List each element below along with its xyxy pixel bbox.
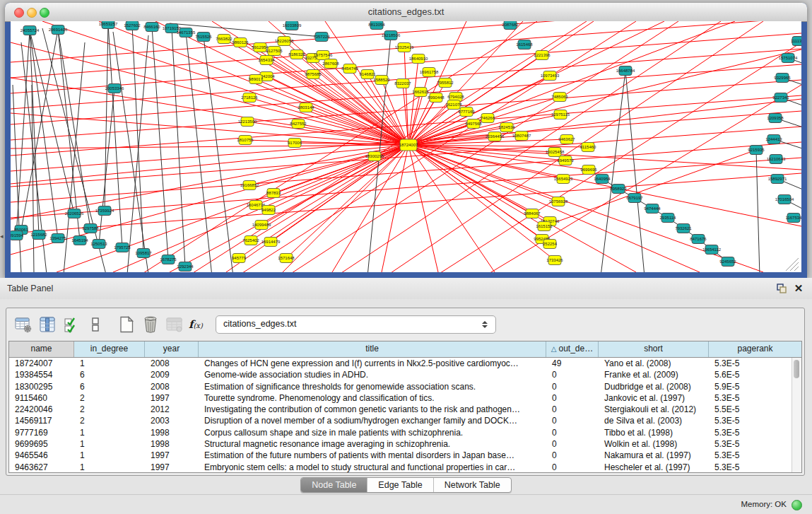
network-node-label: 1250513 — [90, 242, 107, 246]
network-edge — [127, 35, 148, 272]
table-row[interactable]: 2242004622012Investigating the contribut… — [9, 404, 801, 415]
row-height-icon[interactable] — [86, 315, 105, 334]
close-window-button[interactable] — [14, 8, 24, 18]
table-cell-pagerank: 5.3E-5 — [709, 392, 801, 404]
network-graph[interactable]: 2405572420691406106532571527602846616010… — [11, 21, 801, 272]
table-selector-dropdown[interactable]: citations_edges.txt — [216, 315, 496, 334]
table-cell-in_degree: 1 — [74, 462, 145, 473]
table-row[interactable]: 969969511998Structural magnetic resonanc… — [9, 438, 801, 450]
table-cell-title: Tourette syndrome. Phenomenology and cla… — [199, 392, 546, 404]
network-node-label: 1095817 — [135, 251, 152, 255]
dropdown-stepper-icon — [482, 319, 488, 330]
table-cell-year: 1998 — [145, 427, 199, 438]
table-row[interactable]: 946554611997Estimation of the future num… — [9, 450, 801, 461]
table-row[interactable]: 911546021997Tourette syndrome. Phenomeno… — [9, 392, 801, 404]
network-node-label: 8471676 — [690, 237, 707, 241]
network-node-label: 18640910 — [409, 57, 428, 61]
table-selector-value: citations_edges.txt — [216, 316, 495, 332]
select-columns-icon[interactable] — [61, 315, 81, 334]
table-cell-title: Genome-wide association studies in ADHD. — [199, 369, 546, 380]
network-node-label: 1244413 — [765, 137, 782, 141]
table-settings-icon[interactable] — [13, 315, 33, 334]
table-cell-title: Estimation of the future numbers of pati… — [199, 450, 546, 461]
network-node-label: 9227341 — [772, 95, 789, 100]
tab-node-table[interactable]: Node Table — [301, 478, 367, 492]
table-cell-name: 9115460 — [9, 392, 74, 404]
network-node-label: 14671355 — [177, 30, 196, 35]
table-cell-title: Estimation of significance thresholds fo… — [199, 381, 546, 392]
network-node-label: 989017 — [249, 77, 264, 81]
network-edge — [625, 71, 645, 272]
network-node-label: 8427552 — [290, 122, 307, 126]
network-window-titlebar[interactable]: citations_edges.txt — [5, 3, 807, 22]
network-node-label: 1810755 — [237, 138, 254, 142]
table-cell-short: Nakamura et al. (1997) — [599, 450, 709, 461]
new-table-icon[interactable] — [117, 315, 136, 334]
network-node-label: 1621078 — [445, 103, 462, 107]
network-node-label: 1824534 — [498, 125, 515, 129]
network-node-label: 917006 — [288, 141, 302, 145]
network-node-label: 19757546 — [314, 53, 333, 57]
table-cell-out_degree: 0 — [546, 462, 599, 473]
network-view-window[interactable]: citations_edges.txt 24055724206914061065… — [5, 3, 807, 278]
network-edge — [172, 28, 185, 267]
network-edge — [152, 27, 168, 259]
network-node-label: 6794028 — [447, 95, 464, 99]
table-cell-in_degree: 2 — [74, 415, 145, 426]
table-cell-name: 19384554 — [9, 369, 74, 380]
table-header-row: namein_degreeyeartitle△out_de…shortpager… — [9, 341, 801, 358]
table-cell-in_degree: 1 — [74, 450, 145, 461]
column-header-year[interactable]: year — [145, 341, 199, 357]
minimize-window-button[interactable] — [27, 8, 37, 18]
table-row[interactable]: 977716911998Corpus callosum shape and si… — [9, 427, 801, 438]
table-row[interactable]: 1830029562008Estimation of significance … — [9, 381, 801, 392]
tab-edge-table[interactable]: Edge Table — [367, 478, 433, 492]
zoom-window-button[interactable] — [40, 8, 49, 18]
column-header-in_degree[interactable]: in_degree — [74, 341, 145, 357]
network-edge — [283, 145, 408, 272]
table-cell-short: Tibbo et al. (1998) — [599, 427, 709, 438]
column-header-name[interactable]: name — [9, 341, 74, 357]
table-cell-short: Yano et al. (2008) — [599, 358, 709, 369]
network-edge — [132, 25, 143, 253]
network-node-label: 8990448 — [428, 95, 445, 100]
table-cell-pagerank: 5.6E-5 — [709, 369, 801, 380]
table-row[interactable]: 1872400712008Changes of HCN gene express… — [9, 358, 801, 369]
network-node-label: 1662615 — [412, 90, 429, 94]
network-edge — [271, 145, 408, 242]
table-cell-pagerank: 5.3E-5 — [709, 415, 801, 426]
memory-status-indicator[interactable] — [792, 500, 802, 510]
column-header-pagerank[interactable]: pagerank — [709, 341, 801, 357]
canvas-resize-grip[interactable] — [794, 267, 799, 271]
delete-attribute-icon[interactable] — [141, 315, 160, 334]
column-header-short[interactable]: short — [599, 341, 709, 357]
network-node-label: 20206526 — [65, 211, 84, 216]
table-cell-short: Stergiakouli et al. (2012) — [599, 404, 709, 415]
close-panel-icon[interactable]: ✕ — [792, 282, 805, 295]
table-cell-name: 14569117 — [9, 415, 74, 426]
table-row[interactable]: 946362711997Embryonic stem cells: a mode… — [9, 462, 801, 473]
table-row[interactable]: 1938455462009Genome-wide association stu… — [9, 369, 801, 380]
canvas-resize-grip[interactable] — [790, 262, 799, 271]
function-builder-icon[interactable]: f(x) — [189, 318, 203, 331]
network-node-label: 8186328 — [288, 52, 305, 57]
network-node-label: 9474444 — [644, 206, 661, 211]
network-node-label: 10973493 — [541, 74, 560, 78]
sidebar-collapse-arrow[interactable]: ◂ — [0, 233, 4, 240]
table-cell-name: 18724007 — [9, 358, 74, 369]
column-header-out_degree[interactable]: △out_de… — [546, 341, 599, 357]
network-canvas[interactable]: 2405572420691406106532571527602846616010… — [11, 21, 801, 272]
scrollbar-thumb[interactable] — [794, 360, 799, 378]
column-preferences-icon[interactable] — [37, 315, 57, 334]
network-edge — [313, 58, 408, 145]
network-node-label: 1167534 — [786, 216, 801, 220]
table-cell-year: 1998 — [145, 438, 199, 450]
network-node-label: 7663822 — [216, 37, 233, 41]
table-row[interactable]: 1456911722003Disruption of a novel membe… — [9, 415, 801, 426]
network-node-label: 16914479 — [261, 240, 281, 244]
table-vertical-scrollbar[interactable] — [792, 358, 801, 472]
network-node-label: 9245652 — [719, 259, 736, 264]
column-header-title[interactable]: title — [199, 341, 546, 357]
float-panel-icon[interactable] — [775, 282, 788, 295]
tab-network-table[interactable]: Network Table — [433, 478, 511, 492]
